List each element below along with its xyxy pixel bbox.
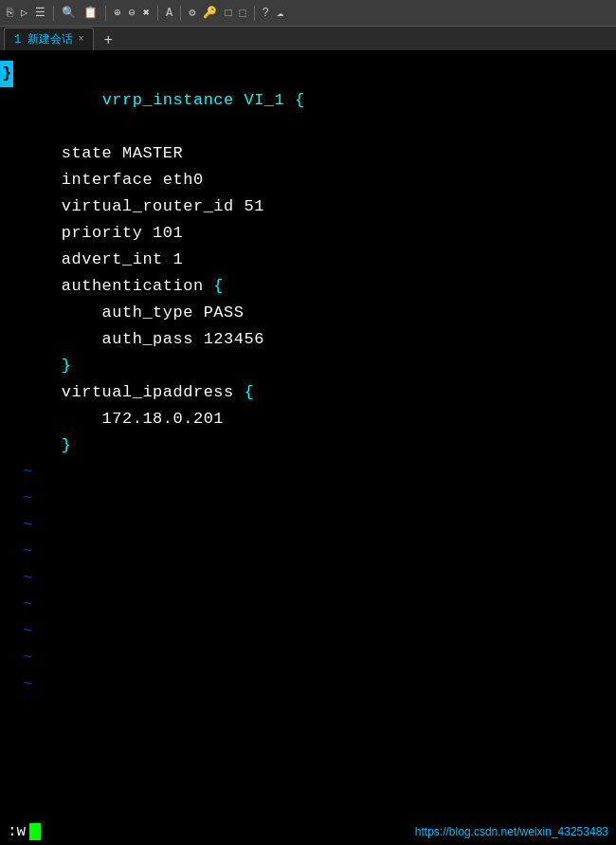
tilde-char-5: ~: [23, 565, 32, 592]
toolbar-icon-cloud[interactable]: ☁: [274, 4, 286, 22]
toolbar-icon-11[interactable]: □: [222, 5, 234, 22]
toolbar-sep-4: [180, 6, 181, 21]
toolbar-icon-10[interactable]: 🔑: [200, 4, 220, 22]
tab-add-button[interactable]: +: [98, 33, 118, 48]
toolbar-icon-8[interactable]: ✖: [140, 4, 153, 22]
code-line-7: authentication {: [21, 273, 608, 300]
toolbar-icon-5[interactable]: 📋: [81, 4, 100, 22]
code-line-10-text: }: [21, 353, 72, 379]
code-line-12-text: 172.18.0.201: [21, 406, 224, 432]
tilde-7: ~: [21, 618, 608, 645]
tilde-char-2: ~: [23, 486, 32, 512]
code-area: vrrp_instance VI_1 { state MASTER interf…: [13, 51, 616, 707]
vim-command-text: :w: [8, 823, 26, 840]
tilde-2: ~: [21, 486, 608, 512]
toolbar-icon-a[interactable]: A: [163, 5, 175, 22]
tabbar: 1 新建会话 × +: [0, 27, 616, 51]
toolbar-icon-3[interactable]: ☰: [32, 4, 48, 22]
code-line-6-text: advert_int 1: [21, 247, 183, 273]
toolbar-sep-1: [53, 6, 54, 21]
code-line-3-text: interface eth0: [21, 167, 204, 193]
tilde-char-9: ~: [23, 671, 32, 698]
tilde-char-4: ~: [23, 539, 32, 565]
toolbar-sep-3: [157, 6, 158, 21]
code-line-8: auth_type PASS: [21, 300, 608, 326]
left-indicator: }: [0, 61, 13, 87]
vim-cursor: [29, 823, 41, 840]
tilde-4: ~: [21, 539, 608, 565]
code-line-4: virtual_router_id 51: [21, 193, 608, 220]
tab-label: 1 新建会话: [14, 31, 73, 47]
tilde-9: ~: [21, 671, 608, 698]
code-line-1-text: vrrp_instance VI_1 {: [21, 61, 305, 140]
code-line-9-text: auth_pass 123456: [21, 326, 264, 353]
code-line-5: priority 101: [21, 220, 608, 247]
tilde-char-8: ~: [23, 645, 32, 671]
status-url: https://blog.csdn.net/weixin_43253483: [415, 825, 608, 838]
code-line-5-text: priority 101: [21, 220, 183, 247]
code-line-3: interface eth0: [21, 167, 608, 193]
tilde-5: ~: [21, 565, 608, 592]
tilde-6: ~: [21, 592, 608, 618]
toolbar-icon-12[interactable]: ⬚: [237, 4, 249, 22]
code-line-2-text: state MASTER: [21, 140, 183, 167]
tilde-char-1: ~: [23, 459, 32, 486]
code-line-2: state MASTER: [21, 140, 608, 167]
toolbar-icon-2[interactable]: ▷: [18, 4, 30, 22]
tilde-8: ~: [21, 645, 608, 671]
tab-close-icon[interactable]: ×: [78, 34, 83, 45]
toolbar-sep-5: [254, 6, 255, 21]
toolbar-icon-9[interactable]: ⚙: [186, 4, 198, 22]
status-bar: :w https://blog.csdn.net/weixin_43253483: [0, 818, 616, 845]
tilde-char-3: ~: [23, 512, 32, 539]
code-line-4-text: virtual_router_id 51: [21, 193, 264, 220]
code-line-11-text: virtual_ipaddress {: [21, 379, 254, 406]
code-line-6: advert_int 1: [21, 247, 608, 273]
editor: } vrrp_instance VI_1 { state MASTER inte…: [0, 51, 616, 845]
code-line-9: auth_pass 123456: [21, 326, 608, 353]
toolbar-icon-1[interactable]: ⎘: [4, 5, 16, 22]
toolbar: ⎘ ▷ ☰ 🔍 📋 ⊕ ⊖ ✖ A ⚙ 🔑 □ ⬚ ? ☁: [0, 0, 616, 27]
code-line-8-text: auth_type PASS: [21, 300, 244, 326]
code-line-13: }: [21, 432, 608, 459]
code-line-7-text: authentication {: [21, 273, 224, 300]
code-line-10: }: [21, 353, 608, 379]
tilde-char-6: ~: [23, 592, 32, 618]
tilde-1: ~: [21, 459, 608, 486]
tilde-char-7: ~: [23, 618, 32, 645]
code-line-1: vrrp_instance VI_1 {: [21, 61, 608, 140]
outer-closing-brace: }: [0, 61, 13, 87]
tab-session-1[interactable]: 1 新建会话 ×: [4, 28, 94, 50]
toolbar-icon-4[interactable]: 🔍: [59, 4, 79, 22]
code-line-12: 172.18.0.201: [21, 406, 608, 432]
tilde-3: ~: [21, 512, 608, 539]
toolbar-icon-6[interactable]: ⊕: [111, 4, 123, 22]
code-line-11: virtual_ipaddress {: [21, 379, 608, 406]
toolbar-icon-help[interactable]: ?: [260, 5, 272, 22]
status-command: :w: [8, 823, 41, 840]
code-line-13-text: }: [21, 432, 72, 459]
toolbar-sep-2: [105, 6, 106, 21]
toolbar-icon-7[interactable]: ⊖: [125, 4, 137, 22]
